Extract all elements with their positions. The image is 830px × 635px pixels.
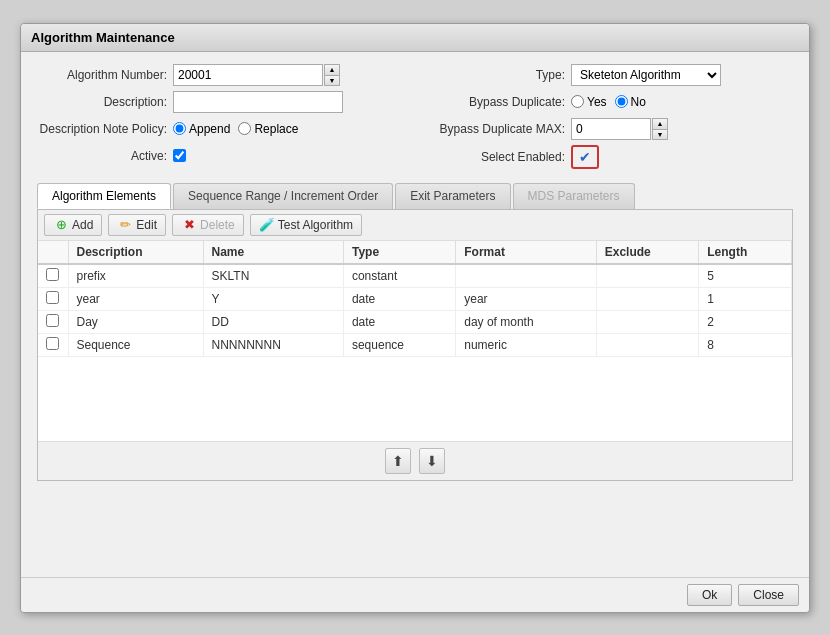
bypass-yes-radio[interactable] [571, 95, 584, 108]
delete-icon: ✖ [181, 217, 197, 233]
bypass-max-spinner-up[interactable]: ▲ [652, 118, 668, 129]
desc-note-policy-radio-group: Append Replace [173, 122, 298, 136]
select-enabled-box: ✔ [571, 145, 599, 169]
bypass-no-item[interactable]: No [615, 95, 646, 109]
tab-sequence-range[interactable]: Sequence Range / Increment Order [173, 183, 393, 209]
row-type: date [343, 310, 455, 333]
bypass-dup-max-input[interactable] [571, 118, 651, 140]
row-name: DD [203, 310, 343, 333]
col-description: Description [68, 241, 203, 264]
row-length: 1 [699, 287, 792, 310]
row-checkbox-cell[interactable] [38, 310, 68, 333]
test-icon: 🧪 [259, 217, 275, 233]
delete-button[interactable]: ✖ Delete [172, 214, 244, 236]
table-row[interactable]: prefix SKLTN constant 5 [38, 264, 792, 288]
dialog-body: Algorithm Number: ▲ ▼ Description: [21, 52, 809, 577]
dialog-titlebar: Algorithm Maintenance [21, 24, 809, 52]
tab-algorithm-elements[interactable]: Algorithm Elements [37, 183, 171, 209]
add-label: Add [72, 218, 93, 232]
bypass-dup-max-label: Bypass Duplicate MAX: [425, 122, 565, 136]
table-wrap: Description Name Type Format Exclude Len… [38, 241, 792, 441]
row-description: year [68, 287, 203, 310]
bypass-dup-max-input-group: ▲ ▼ [571, 118, 668, 140]
row-exclude [596, 310, 699, 333]
test-label: Test Algorithm [278, 218, 353, 232]
edit-button[interactable]: ✏ Edit [108, 214, 166, 236]
select-enabled-checkmark: ✔ [579, 149, 591, 165]
col-format: Format [456, 241, 596, 264]
table-row[interactable]: Sequence NNNNNNNN sequence numeric 8 [38, 333, 792, 356]
row-description: Sequence [68, 333, 203, 356]
tab-exit-parameters[interactable]: Exit Parameters [395, 183, 510, 209]
row-checkbox-cell[interactable] [38, 264, 68, 288]
type-row: Type: Sketeton Algorithm [425, 64, 793, 86]
bypass-dup-max-row: Bypass Duplicate MAX: ▲ ▼ [425, 118, 793, 140]
bypass-yes-label: Yes [587, 95, 607, 109]
spinner-up-btn[interactable]: ▲ [324, 64, 340, 75]
row-type: constant [343, 264, 455, 288]
row-name: SKLTN [203, 264, 343, 288]
row-checkbox-input[interactable] [46, 314, 59, 327]
append-radio-item[interactable]: Append [173, 122, 230, 136]
table-row[interactable]: Day DD date day of month 2 [38, 310, 792, 333]
bypass-no-label: No [631, 95, 646, 109]
bypass-max-spinner-down[interactable]: ▼ [652, 129, 668, 140]
algorithm-maintenance-dialog: Algorithm Maintenance Algorithm Number: … [20, 23, 810, 613]
algorithm-number-label: Algorithm Number: [37, 68, 167, 82]
type-select[interactable]: Sketeton Algorithm [571, 64, 721, 86]
replace-radio[interactable] [238, 122, 251, 135]
row-checkbox-input[interactable] [46, 268, 59, 281]
row-exclude [596, 264, 699, 288]
delete-label: Delete [200, 218, 235, 232]
bypass-dup-max-spinner: ▲ ▼ [652, 118, 668, 140]
row-description: prefix [68, 264, 203, 288]
dialog-title: Algorithm Maintenance [31, 30, 175, 45]
add-icon: ⊕ [53, 217, 69, 233]
bypass-yes-item[interactable]: Yes [571, 95, 607, 109]
replace-radio-item[interactable]: Replace [238, 122, 298, 136]
algorithm-number-row: Algorithm Number: ▲ ▼ [37, 64, 405, 86]
table-row[interactable]: year Y date year 1 [38, 287, 792, 310]
row-format: numeric [456, 333, 596, 356]
bypass-dup-radio-group: Yes No [571, 95, 646, 109]
active-row: Active: [37, 145, 405, 167]
row-checkbox-input[interactable] [46, 291, 59, 304]
row-checkbox-input[interactable] [46, 337, 59, 350]
tabs-container: Algorithm Elements Sequence Range / Incr… [37, 183, 793, 481]
tab-content: ⊕ Add ✏ Edit ✖ Delete 🧪 Test Algorithm [37, 209, 793, 481]
active-label: Active: [37, 149, 167, 163]
description-input[interactable] [173, 91, 343, 113]
edit-label: Edit [136, 218, 157, 232]
form-left: Algorithm Number: ▲ ▼ Description: [37, 64, 405, 169]
algorithm-number-spinner: ▲ ▼ [324, 64, 340, 86]
page-up-button[interactable]: ⬆ [385, 448, 411, 474]
close-button[interactable]: Close [738, 584, 799, 606]
elements-table: Description Name Type Format Exclude Len… [38, 241, 792, 357]
row-length: 8 [699, 333, 792, 356]
row-checkbox-cell[interactable] [38, 333, 68, 356]
col-length: Length [699, 241, 792, 264]
row-length: 5 [699, 264, 792, 288]
active-checkbox[interactable] [173, 149, 186, 162]
form-right: Type: Sketeton Algorithm Bypass Duplicat… [425, 64, 793, 169]
replace-label: Replace [254, 122, 298, 136]
description-label: Description: [37, 95, 167, 109]
row-format: day of month [456, 310, 596, 333]
row-exclude [596, 287, 699, 310]
append-radio[interactable] [173, 122, 186, 135]
test-algorithm-button[interactable]: 🧪 Test Algorithm [250, 214, 362, 236]
form-section: Algorithm Number: ▲ ▼ Description: [37, 64, 793, 169]
spinner-down-btn[interactable]: ▼ [324, 75, 340, 86]
ok-button[interactable]: Ok [687, 584, 732, 606]
col-checkbox [38, 241, 68, 264]
dialog-footer: Ok Close [21, 577, 809, 612]
algorithm-number-input[interactable] [173, 64, 323, 86]
row-name: Y [203, 287, 343, 310]
toolbar: ⊕ Add ✏ Edit ✖ Delete 🧪 Test Algorithm [38, 210, 792, 241]
bypass-no-radio[interactable] [615, 95, 628, 108]
select-enabled-row: Select Enabled: ✔ [425, 145, 793, 169]
append-label: Append [189, 122, 230, 136]
row-checkbox-cell[interactable] [38, 287, 68, 310]
page-down-button[interactable]: ⬇ [419, 448, 445, 474]
add-button[interactable]: ⊕ Add [44, 214, 102, 236]
